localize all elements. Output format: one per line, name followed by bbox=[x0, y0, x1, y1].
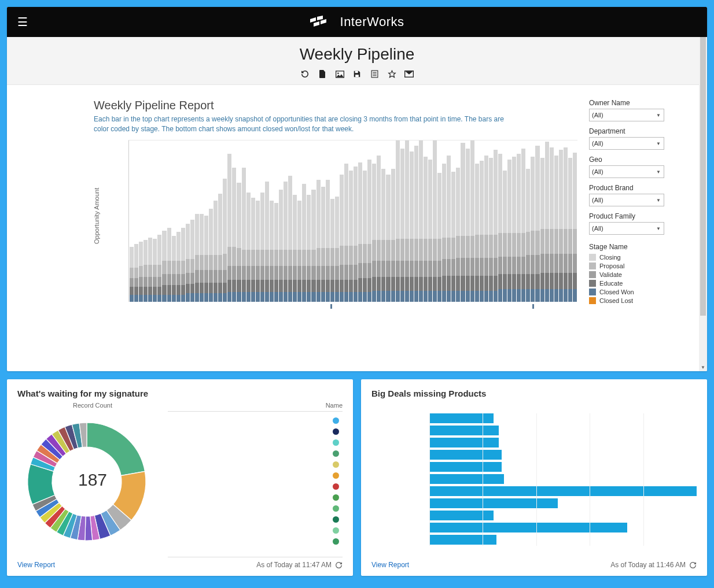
donut-legend-header: Name bbox=[168, 402, 343, 412]
legend-dot[interactable] bbox=[333, 450, 339, 457]
legend-item: Educate bbox=[589, 280, 676, 287]
donut-center-value: 187 bbox=[78, 470, 107, 490]
svg-rect-7 bbox=[355, 75, 359, 77]
donut-chart[interactable]: Record Count 187 bbox=[17, 402, 168, 557]
toolbar bbox=[7, 69, 707, 79]
donut-legend: Name bbox=[168, 402, 343, 557]
legend-dot[interactable] bbox=[333, 483, 339, 490]
svg-marker-1 bbox=[317, 16, 323, 20]
svg-marker-3 bbox=[321, 19, 326, 24]
bigdeals-timestamp: As of Today at 11:46 AM bbox=[610, 561, 686, 569]
filter-panel: Owner Name(All)Department(All)Geo(All)Pr… bbox=[589, 99, 676, 310]
filter-select[interactable]: (All) bbox=[589, 109, 664, 121]
report-heading: Weekly Pipeline Report bbox=[94, 99, 577, 112]
page-title: Weekly Pipeline bbox=[7, 45, 707, 64]
filter-select[interactable]: (All) bbox=[589, 137, 664, 150]
signature-widget: What's waiting for my signature Record C… bbox=[7, 379, 353, 576]
filter-label: Product Brand bbox=[589, 184, 676, 192]
top-bar: ☰ InterWorks bbox=[7, 7, 707, 37]
legend-item: Closed Won bbox=[589, 289, 676, 295]
svg-point-5 bbox=[337, 72, 339, 74]
svg-marker-0 bbox=[310, 17, 316, 23]
bigdeals-widget: Big Deals missing Products View Report A… bbox=[361, 379, 707, 576]
save-icon[interactable] bbox=[352, 69, 362, 79]
svg-rect-6 bbox=[355, 71, 358, 73]
legend-dot[interactable] bbox=[333, 505, 339, 512]
legend-item: Closing bbox=[589, 254, 676, 261]
legend-dot[interactable] bbox=[333, 538, 339, 545]
brand-logo-icon bbox=[310, 16, 334, 28]
svg-marker-2 bbox=[314, 21, 319, 27]
mail-icon[interactable] bbox=[404, 69, 414, 79]
report-description: Each bar in the top chart represents a w… bbox=[94, 114, 510, 134]
file-icon[interactable] bbox=[318, 69, 327, 79]
hbar-chart[interactable] bbox=[371, 402, 697, 557]
legend-dot[interactable] bbox=[333, 516, 339, 523]
filter-select[interactable]: (All) bbox=[589, 222, 664, 235]
refresh-icon[interactable] bbox=[689, 561, 697, 569]
legend-item: Validate bbox=[589, 271, 676, 278]
brand: InterWorks bbox=[310, 14, 404, 29]
signature-title: What's waiting for my signature bbox=[17, 389, 343, 398]
legend-item: Proposal bbox=[589, 262, 676, 269]
filter-label: Geo bbox=[589, 156, 676, 164]
chart-area: Weekly Pipeline Report Each bar in the t… bbox=[94, 99, 577, 310]
y-axis-label: Opportunity Amount bbox=[93, 187, 100, 243]
legend-dot[interactable] bbox=[333, 461, 339, 468]
pipeline-panel: ▲ ▼ ☰ InterWorks Weekly Pipeline bbox=[7, 7, 707, 371]
list-icon[interactable] bbox=[370, 69, 379, 79]
view-report-link[interactable]: View Report bbox=[371, 561, 409, 569]
filter-label: Owner Name bbox=[589, 99, 676, 107]
menu-icon[interactable]: ☰ bbox=[17, 15, 28, 29]
brand-name: InterWorks bbox=[340, 14, 404, 29]
filter-select[interactable]: (All) bbox=[589, 165, 664, 178]
title-area: Weekly Pipeline bbox=[7, 37, 707, 85]
bottom-strip bbox=[128, 302, 577, 310]
legend-dot[interactable] bbox=[333, 494, 339, 501]
star-icon[interactable] bbox=[387, 69, 396, 79]
legend-dot[interactable] bbox=[333, 527, 339, 534]
svg-marker-12 bbox=[388, 71, 395, 77]
legend-item: Closed Lost bbox=[589, 297, 676, 304]
legend-dot[interactable] bbox=[333, 472, 339, 479]
refresh-icon[interactable] bbox=[335, 561, 343, 569]
legend-dot[interactable] bbox=[333, 439, 339, 446]
signature-timestamp: As of Today at 11:47 AM bbox=[256, 561, 332, 569]
bigdeals-title: Big Deals missing Products bbox=[371, 389, 697, 398]
filter-label: Product Family bbox=[589, 212, 676, 220]
stage-legend: Stage Name ClosingProposalValidateEducat… bbox=[589, 243, 676, 304]
scrollbar[interactable]: ▲ ▼ bbox=[699, 7, 707, 371]
filter-select[interactable]: (All) bbox=[589, 194, 664, 206]
filter-label: Department bbox=[589, 127, 676, 135]
stacked-bar-chart[interactable] bbox=[128, 140, 577, 302]
view-report-link[interactable]: View Report bbox=[17, 561, 55, 569]
legend-title: Stage Name bbox=[589, 243, 676, 251]
image-icon[interactable] bbox=[335, 69, 344, 79]
legend-dot[interactable] bbox=[333, 428, 339, 435]
donut-top-label: Record Count bbox=[17, 402, 168, 409]
refresh-icon[interactable] bbox=[300, 69, 310, 79]
legend-dot[interactable] bbox=[333, 417, 339, 424]
